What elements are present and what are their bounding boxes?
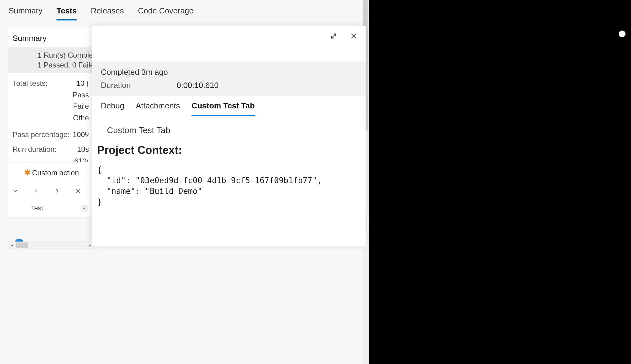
test-meta-block: Completed 3m ago Duration 0:00:10.610	[92, 61, 366, 96]
fail-label: Faile	[13, 100, 89, 112]
test-detail-panel: Completed 3m ago Duration 0:00:10.610 De…	[92, 26, 366, 246]
asterisk-icon: ✱	[24, 168, 31, 177]
summary-card: Summary 1 Run(s) Complet 1 Passed, 0 Fai…	[8, 28, 93, 173]
detail-tab-bar: Debug Attachments Custom Test Tab	[92, 96, 366, 116]
project-context-json: { "id": "03e0ed9d-fc00-4d1b-9cf5-167f09b…	[97, 165, 360, 207]
tab-code-coverage[interactable]: Code Coverage	[138, 6, 194, 20]
tab-tests[interactable]: Tests	[57, 6, 77, 20]
detail-tab-custom[interactable]: Custom Test Tab	[191, 101, 255, 116]
duration-label: Duration	[101, 81, 131, 90]
project-context-heading: Project Context:	[97, 144, 360, 157]
top-tab-bar: Summary Tests Releases Code Coverage	[0, 0, 369, 28]
summary-banner-line2: 1 Passed, 0 Failed	[38, 60, 93, 70]
detail-tab-attachments[interactable]: Attachments	[136, 101, 180, 116]
custom-tab-subheading: Custom Test Tab	[97, 126, 360, 135]
white-dot-icon	[619, 31, 626, 37]
svg-marker-2	[83, 207, 86, 209]
summary-banner: 1 Run(s) Complet 1 Passed, 0 Failed	[8, 47, 93, 73]
pass-pct-value: 100%	[70, 129, 89, 140]
run-duration-value: 10s	[74, 144, 89, 155]
expand-chevron-icon[interactable]	[12, 187, 19, 195]
run-duration-label: Run duration:	[13, 144, 57, 155]
total-tests-value: 10 (	[73, 78, 89, 89]
test-column-header[interactable]: Test	[14, 204, 43, 212]
custom-action-label[interactable]: Custom action	[32, 169, 79, 177]
summary-title: Summary	[8, 28, 93, 47]
hscroll-thumb[interactable]	[16, 242, 28, 248]
total-tests-label: Total tests:	[13, 78, 48, 89]
close-panel-icon[interactable]	[349, 31, 358, 41]
custom-action-card: ✱ Custom action	[8, 162, 93, 217]
next-icon[interactable]	[54, 187, 60, 196]
horizontal-scrollbar[interactable]: ◂ ▸	[8, 242, 93, 249]
blackout-region	[369, 0, 631, 364]
pass-label: Pass	[13, 89, 89, 100]
clear-icon[interactable]	[75, 188, 81, 195]
app-area: Summary Tests Releases Code Coverage Sum…	[0, 0, 369, 364]
scroll-up-icon[interactable]	[81, 205, 88, 212]
svg-line-3	[331, 34, 336, 38]
hscroll-left-icon[interactable]: ◂	[8, 242, 15, 249]
pass-pct-label: Pass percentage:	[13, 129, 70, 140]
expand-panel-icon[interactable]	[329, 31, 338, 41]
tab-releases[interactable]: Releases	[91, 6, 124, 20]
duration-value: 0:00:10.610	[177, 81, 218, 90]
prev-icon[interactable]	[33, 187, 39, 196]
completed-text: Completed 3m ago	[101, 67, 356, 77]
tab-summary[interactable]: Summary	[9, 6, 42, 20]
detail-tab-debug[interactable]: Debug	[101, 101, 124, 116]
summary-banner-line1: 1 Run(s) Complet	[38, 50, 93, 60]
other-label: Othe	[13, 112, 89, 123]
